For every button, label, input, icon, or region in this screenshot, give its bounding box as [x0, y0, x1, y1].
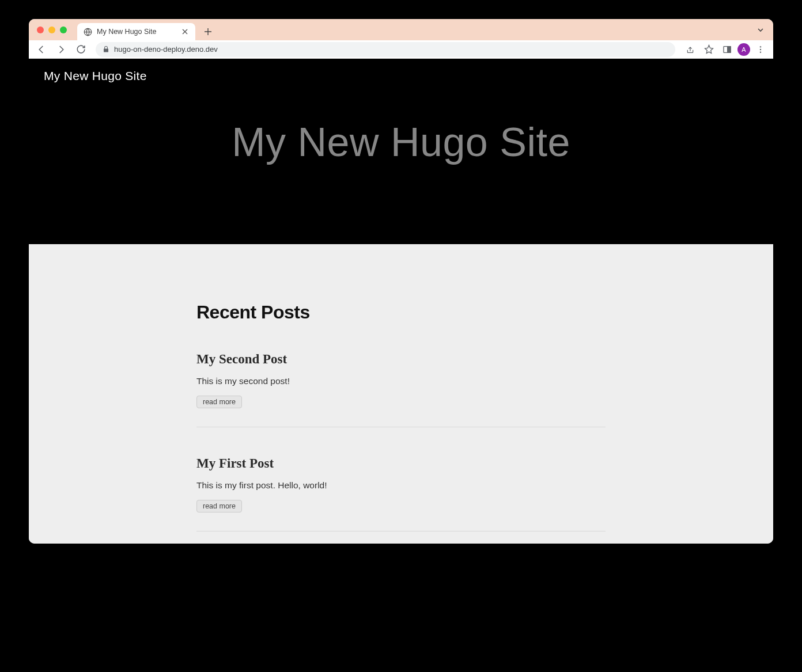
- recent-posts-heading: Recent Posts: [196, 302, 606, 323]
- forward-button[interactable]: [53, 41, 69, 58]
- browser-window: My New Hugo Site: [29, 19, 773, 544]
- back-button[interactable]: [33, 41, 50, 58]
- svg-rect-2: [728, 46, 731, 52]
- content-area: Recent Posts My Second Post This is my s…: [29, 244, 773, 544]
- kebab-menu-icon[interactable]: [752, 41, 769, 58]
- chevron-down-icon[interactable]: [754, 23, 767, 37]
- read-more-button[interactable]: read more: [196, 500, 242, 512]
- tab-strip-right: [754, 19, 767, 40]
- post-item: My First Post This is my first post. Hel…: [196, 456, 606, 531]
- post-title-link[interactable]: My First Post: [196, 456, 606, 471]
- post-title-link[interactable]: My Second Post: [196, 352, 606, 367]
- window-controls: [37, 19, 77, 40]
- window-close-button[interactable]: [37, 26, 44, 33]
- window-minimize-button[interactable]: [48, 26, 55, 33]
- svg-point-3: [760, 46, 761, 47]
- new-tab-button[interactable]: [200, 24, 216, 40]
- hero-section: My New Hugo Site My New Hugo Site: [29, 59, 773, 244]
- lock-icon: [103, 45, 109, 53]
- close-icon[interactable]: [180, 27, 190, 36]
- star-icon[interactable]: [701, 41, 717, 58]
- read-more-button[interactable]: read more: [196, 396, 242, 408]
- content-inner: Recent Posts My Second Post This is my s…: [196, 302, 606, 531]
- avatar-letter: A: [742, 46, 746, 53]
- browser-tab[interactable]: My New Hugo Site: [77, 23, 195, 40]
- url-text: hugo-on-deno-deploy.deno.dev: [114, 45, 218, 54]
- window-maximize-button[interactable]: [60, 26, 67, 33]
- toolbar-right: A: [682, 41, 769, 58]
- tab-strip: My New Hugo Site: [29, 19, 773, 40]
- address-bar[interactable]: hugo-on-deno-deploy.deno.dev: [96, 42, 675, 57]
- globe-icon: [83, 27, 92, 36]
- post-item: My Second Post This is my second post! r…: [196, 352, 606, 427]
- profile-avatar[interactable]: A: [737, 43, 750, 56]
- hero-title: My New Hugo Site: [29, 119, 773, 165]
- tab-title: My New Hugo Site: [97, 28, 176, 36]
- site-brand-link[interactable]: My New Hugo Site: [44, 69, 147, 82]
- svg-point-4: [760, 48, 761, 50]
- reload-button[interactable]: [73, 41, 89, 58]
- side-panel-icon[interactable]: [719, 41, 735, 58]
- page-viewport[interactable]: My New Hugo Site My New Hugo Site Recent…: [29, 59, 773, 544]
- browser-toolbar: hugo-on-deno-deploy.deno.dev: [29, 40, 773, 59]
- svg-point-5: [760, 51, 761, 52]
- share-icon[interactable]: [682, 41, 698, 58]
- post-excerpt: This is my second post!: [196, 376, 606, 386]
- post-excerpt: This is my first post. Hello, world!: [196, 480, 606, 491]
